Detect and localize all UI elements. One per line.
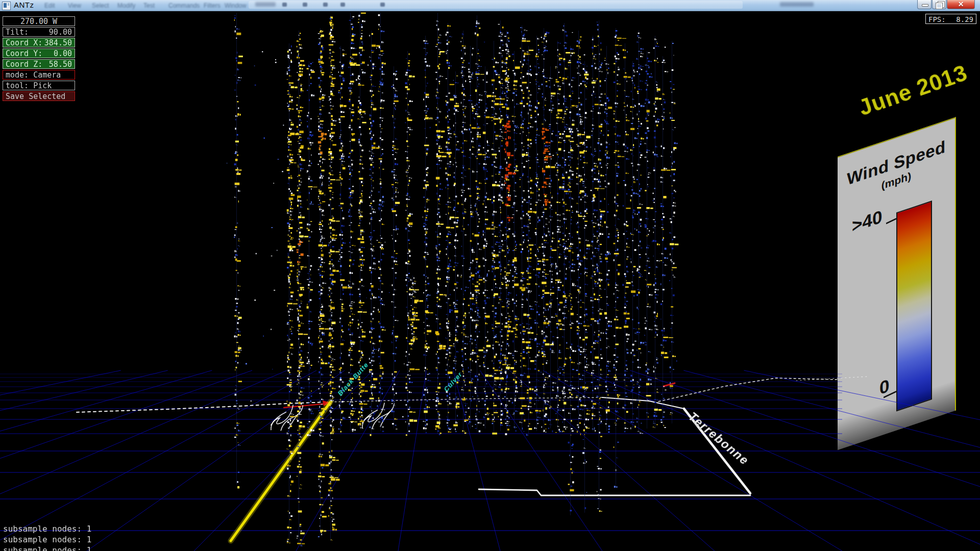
- window-controls: ✕: [917, 0, 975, 10]
- fps-value: 8.29: [956, 14, 973, 23]
- hud-text: tool: Pick: [6, 81, 52, 90]
- toolbar-ghost-icon: [282, 3, 287, 7]
- hud-value: 58.50: [49, 60, 72, 68]
- menu-item-window[interactable]: Window: [225, 2, 247, 9]
- hud-text: 270.00 W: [20, 17, 57, 26]
- toolbar-ghost-icon: [323, 3, 328, 7]
- hud-label: Coord Z:: [6, 60, 42, 68]
- menu-item-select[interactable]: Select: [92, 2, 109, 9]
- hud-text: Save Selected: [6, 92, 65, 101]
- hud-label: Coord X:: [6, 38, 42, 47]
- fps-box: FPS: 8.29: [925, 14, 976, 24]
- hud-row-tool-pick[interactable]: tool: Pick: [3, 81, 75, 90]
- hud-row-save-selected[interactable]: Save Selected: [3, 91, 75, 101]
- menu-item-filters[interactable]: Filters: [204, 2, 220, 9]
- console-line: subsample nodes: 1: [3, 523, 91, 534]
- toolbar-ghost-text: [255, 2, 276, 7]
- fps-label: FPS:: [928, 14, 946, 23]
- hud-text: mode: Camera: [6, 70, 61, 79]
- menu-item-view[interactable]: View: [68, 2, 81, 9]
- close-button[interactable]: ✕: [947, 0, 975, 9]
- toolbar-ghost-icon: [380, 3, 385, 7]
- toolbar-ghost-icon: [303, 3, 307, 7]
- hud-label: Tilt:: [6, 28, 29, 36]
- console-line: subsample nodes: 1: [3, 534, 91, 545]
- hud-row-tilt[interactable]: Tilt:90.00: [3, 27, 75, 37]
- console-output: subsample nodes: 1subsample nodes: 1subs…: [3, 523, 91, 551]
- close-icon: ✕: [947, 0, 974, 9]
- hud-row-coord-z[interactable]: Coord Z:58.50: [3, 59, 75, 69]
- titlebar[interactable]: ANTz EditViewSelectModifyTestCommandsFil…: [0, 0, 980, 11]
- console-line: subsample nodes: 1: [3, 545, 91, 551]
- hud-row-coord-y[interactable]: Coord Y:0.00: [3, 48, 75, 58]
- hud-row-coord-x[interactable]: Coord X:384.50: [3, 38, 75, 47]
- particle-columns-canvas[interactable]: [0, 0, 980, 551]
- titlebar-ghost-text: [780, 2, 814, 7]
- menu-item-test[interactable]: Test: [143, 2, 155, 9]
- hud-value: 384.50: [44, 38, 72, 47]
- menu-item-commands[interactable]: Commands: [168, 2, 200, 9]
- hud-label: Coord Y:: [6, 49, 42, 58]
- minimize-button[interactable]: [917, 0, 932, 9]
- restore-button[interactable]: [932, 0, 946, 9]
- hud-value: 90.00: [49, 28, 72, 36]
- menu-item-modify[interactable]: Modify: [117, 2, 135, 9]
- menu-item-edit[interactable]: Edit: [44, 2, 55, 9]
- window-title: ANTz: [14, 1, 34, 9]
- hud-row-mode-camera[interactable]: mode: Camera: [3, 70, 75, 80]
- minimize-icon: [922, 4, 928, 7]
- hud-row-270-00-w[interactable]: 270.00 W: [3, 16, 75, 26]
- antz-window: Wind Speed (mph) >40 0 June 2013 Terrebo…: [0, 0, 980, 551]
- toolbar-ghost-icon: [340, 3, 345, 7]
- app-icon: [2, 2, 11, 10]
- hud-value: 0.00: [54, 49, 72, 58]
